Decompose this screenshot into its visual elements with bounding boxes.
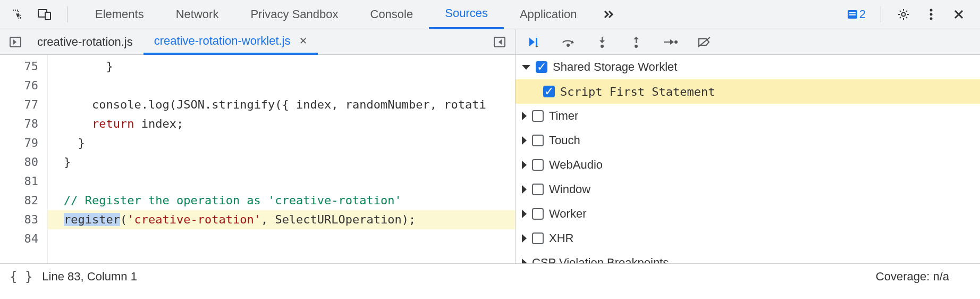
close-icon[interactable]	[948, 4, 969, 25]
coverage-status: Coverage: n/a	[876, 270, 949, 284]
bp-category-label: Worker	[549, 207, 587, 221]
source-tab-creative-rotation-worklet-js[interactable]: creative-rotation-worklet.js ✕	[143, 29, 318, 55]
checkbox-icon[interactable]	[532, 110, 544, 122]
step-over-icon[interactable]	[555, 31, 581, 53]
collapse-icon	[522, 112, 527, 120]
breakpoints-list: ✓ Shared Storage Worklet ✓ Script First …	[516, 55, 980, 263]
bp-item-script-first-statement[interactable]: ✓ Script First Statement	[516, 79, 980, 104]
source-tab-creative-rotation-js[interactable]: creative-rotation.js	[27, 29, 143, 55]
checkbox-icon[interactable]	[532, 208, 544, 220]
step-icon[interactable]	[657, 31, 683, 53]
checkbox-icon[interactable]	[532, 135, 544, 146]
tab-privacy-sandbox[interactable]: Privacy Sandbox	[234, 0, 354, 29]
svg-point-14	[635, 45, 638, 48]
inspect-element-icon[interactable]	[6, 4, 28, 25]
checkbox-icon[interactable]	[532, 232, 544, 244]
bp-category-touch[interactable]: Touch	[516, 128, 980, 153]
bp-category-label: Shared Storage Worklet	[553, 60, 677, 74]
source-tab-label: creative-rotation.js	[37, 35, 133, 49]
bp-category-xhr[interactable]: XHR	[516, 226, 980, 251]
svg-point-6	[930, 9, 933, 12]
svg-point-7	[930, 13, 933, 16]
tab-sources[interactable]: Sources	[429, 0, 504, 29]
svg-rect-1	[45, 12, 50, 20]
checkbox-checked-icon[interactable]: ✓	[543, 86, 555, 97]
deactivate-breakpoints-icon[interactable]	[691, 31, 717, 53]
show-navigator-icon[interactable]	[4, 31, 27, 53]
code-body[interactable]: } console.log(JSON.stringify({ index, ra…	[48, 55, 515, 263]
settings-icon[interactable]	[893, 4, 914, 25]
bp-category-label: Timer	[549, 109, 578, 123]
more-tabs-icon[interactable]	[598, 4, 620, 25]
checkbox-icon[interactable]	[532, 159, 544, 171]
tab-application[interactable]: Application	[504, 0, 593, 29]
panel-tabs: Elements Network Privacy Sandbox Console…	[79, 0, 833, 29]
bp-category-shared-storage-worklet[interactable]: ✓ Shared Storage Worklet	[516, 55, 980, 79]
tab-elements[interactable]: Elements	[79, 0, 160, 29]
bp-category-webaudio[interactable]: WebAudio	[516, 153, 980, 177]
code-editor[interactable]: 75767778798081828384 } console.log(JSON.…	[0, 55, 515, 263]
svg-rect-3	[849, 12, 856, 13]
line-gutter[interactable]: 75767778798081828384	[0, 55, 48, 263]
editor-panel: creative-rotation.js creative-rotation-w…	[0, 29, 516, 263]
collapse-icon	[522, 185, 527, 194]
bp-section-csp-violation[interactable]: CSP Violation Breakpoints	[516, 251, 980, 263]
more-options-icon[interactable]	[920, 4, 942, 25]
debugger-panel: ✓ Shared Storage Worklet ✓ Script First …	[516, 29, 980, 263]
editor-statusbar: { } Line 83, Column 1 Coverage: n/a	[0, 263, 980, 289]
svg-point-8	[930, 18, 933, 20]
bp-category-timer[interactable]: Timer	[516, 104, 980, 128]
cursor-position: Line 83, Column 1	[42, 270, 137, 284]
collapse-icon	[522, 136, 527, 145]
collapse-icon	[522, 161, 527, 169]
svg-rect-11	[536, 38, 537, 46]
device-toggle-icon[interactable]	[34, 4, 55, 25]
bp-category-label: Touch	[549, 134, 580, 147]
resume-icon[interactable]	[521, 31, 547, 53]
tab-console[interactable]: Console	[354, 0, 429, 29]
step-out-icon[interactable]	[623, 31, 649, 53]
bp-category-window[interactable]: Window	[516, 177, 980, 202]
bp-category-label: XHR	[549, 231, 573, 245]
checkbox-icon[interactable]	[532, 184, 544, 195]
svg-point-12	[567, 44, 570, 47]
expand-icon	[522, 65, 530, 70]
bp-category-label: Window	[549, 182, 590, 196]
tab-network[interactable]: Network	[160, 0, 235, 29]
pretty-print-icon[interactable]: { }	[10, 269, 32, 284]
step-into-icon[interactable]	[589, 31, 615, 53]
bp-item-label: Script First Statement	[560, 85, 715, 98]
bp-category-label: WebAudio	[549, 158, 603, 172]
bp-section-label: CSP Violation Breakpoints	[532, 256, 669, 263]
show-debugger-icon[interactable]	[488, 31, 511, 53]
close-tab-icon[interactable]: ✕	[299, 35, 307, 47]
checkbox-checked-icon[interactable]: ✓	[536, 61, 547, 73]
collapse-icon	[522, 234, 527, 243]
svg-point-5	[902, 13, 906, 16]
svg-point-13	[601, 45, 604, 48]
collapse-icon	[522, 210, 527, 218]
source-tab-label: creative-rotation-worklet.js	[154, 34, 291, 48]
bp-category-worker[interactable]: Worker	[516, 202, 980, 226]
issues-badge[interactable]: 2	[843, 4, 869, 25]
devtools-toolbar: Elements Network Privacy Sandbox Console…	[0, 0, 980, 29]
svg-point-15	[674, 40, 678, 44]
collapse-icon	[522, 259, 527, 263]
issues-count: 2	[859, 7, 866, 21]
svg-rect-4	[849, 14, 856, 15]
